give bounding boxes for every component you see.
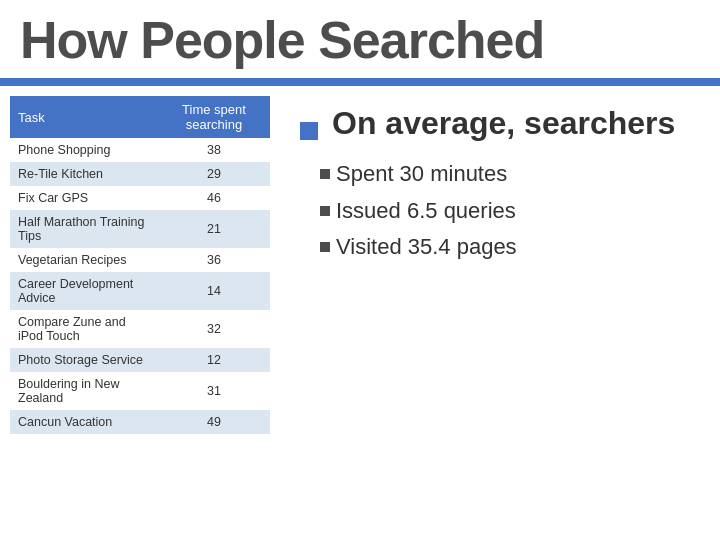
table-row: Re-Tile Kitchen29 <box>10 162 270 186</box>
time-cell: 21 <box>158 210 270 248</box>
stats-list: Spent 30 minutesIssued 6.5 queriesVisite… <box>300 161 700 260</box>
time-column-header: Time spent searching <box>158 96 270 138</box>
time-cell: 12 <box>158 348 270 372</box>
table-row: Photo Storage Service12 <box>10 348 270 372</box>
time-cell: 14 <box>158 272 270 310</box>
time-cell: 49 <box>158 410 270 434</box>
table-row: Cancun Vacation49 <box>10 410 270 434</box>
table-row: Fix Car GPS46 <box>10 186 270 210</box>
task-cell: Career Development Advice <box>10 272 158 310</box>
bullet-icon <box>320 169 330 179</box>
stats-heading: On average, searchers <box>300 106 700 147</box>
task-cell: Re-Tile Kitchen <box>10 162 158 186</box>
table-row: Vegetarian Recipes36 <box>10 248 270 272</box>
stats-panel: On average, searchers Spent 30 minutesIs… <box>290 96 710 434</box>
task-cell: Vegetarian Recipes <box>10 248 158 272</box>
task-cell: Phone Shopping <box>10 138 158 162</box>
table-row: Compare Zune and iPod Touch32 <box>10 310 270 348</box>
stats-item: Visited 35.4 pages <box>320 234 700 260</box>
checkbox-icon <box>300 112 324 147</box>
time-cell: 46 <box>158 186 270 210</box>
data-table-container: Task Time spent searching Phone Shopping… <box>10 96 270 434</box>
accent-bar <box>0 78 720 86</box>
bullet-icon <box>320 206 330 216</box>
stats-item: Spent 30 minutes <box>320 161 700 187</box>
task-column-header: Task <box>10 96 158 138</box>
stats-item: Issued 6.5 queries <box>320 198 700 224</box>
table-row: Career Development Advice14 <box>10 272 270 310</box>
table-row: Half Marathon Training Tips21 <box>10 210 270 248</box>
task-cell: Half Marathon Training Tips <box>10 210 158 248</box>
bullet-icon <box>320 242 330 252</box>
time-cell: 38 <box>158 138 270 162</box>
time-cell: 36 <box>158 248 270 272</box>
time-cell: 31 <box>158 372 270 410</box>
time-cell: 29 <box>158 162 270 186</box>
table-row: Phone Shopping38 <box>10 138 270 162</box>
task-cell: Bouldering in New Zealand <box>10 372 158 410</box>
task-cell: Cancun Vacation <box>10 410 158 434</box>
time-cell: 32 <box>158 310 270 348</box>
search-data-table: Task Time spent searching Phone Shopping… <box>10 96 270 434</box>
task-cell: Compare Zune and iPod Touch <box>10 310 158 348</box>
task-cell: Photo Storage Service <box>10 348 158 372</box>
task-cell: Fix Car GPS <box>10 186 158 210</box>
page-title: How People Searched <box>0 0 720 78</box>
table-row: Bouldering in New Zealand31 <box>10 372 270 410</box>
